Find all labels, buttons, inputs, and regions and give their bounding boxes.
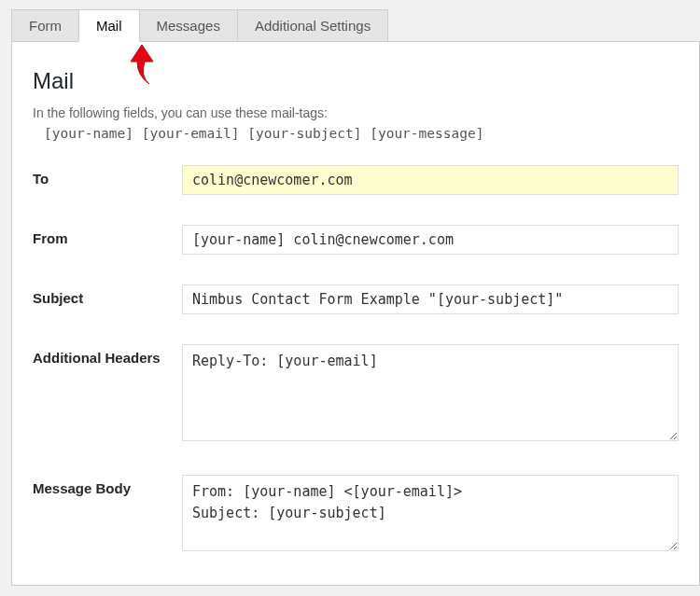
tab-additional-settings[interactable]: Additional Settings — [237, 9, 388, 41]
tab-form[interactable]: Form — [11, 9, 79, 41]
tabs-bar: Form Mail Messages Additional Settings — [11, 9, 700, 42]
additional-headers-textarea[interactable] — [182, 344, 679, 441]
to-label: To — [33, 165, 182, 187]
to-input[interactable] — [182, 165, 679, 195]
message-body-textarea[interactable] — [182, 475, 679, 551]
mail-panel: Mail In the following fields, you can us… — [11, 42, 700, 586]
subject-input[interactable] — [182, 284, 679, 314]
mail-tags-hint: In the following fields, you can use the… — [33, 105, 679, 120]
from-input[interactable] — [182, 225, 679, 255]
mail-tags-list: [your-name] [your-email] [your-subject] … — [44, 126, 679, 141]
section-title: Mail — [33, 68, 679, 94]
tab-messages[interactable]: Messages — [139, 9, 238, 41]
subject-label: Subject — [33, 284, 182, 306]
message-body-label: Message Body — [33, 475, 182, 496]
from-label: From — [33, 225, 182, 246]
tab-mail[interactable]: Mail — [78, 9, 140, 42]
additional-headers-label: Additional Headers — [33, 344, 182, 366]
